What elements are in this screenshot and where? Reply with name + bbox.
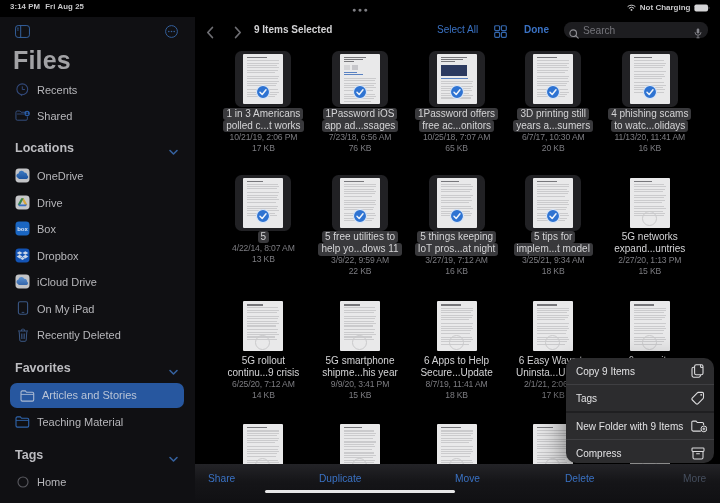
svg-text:box: box xyxy=(17,226,28,232)
